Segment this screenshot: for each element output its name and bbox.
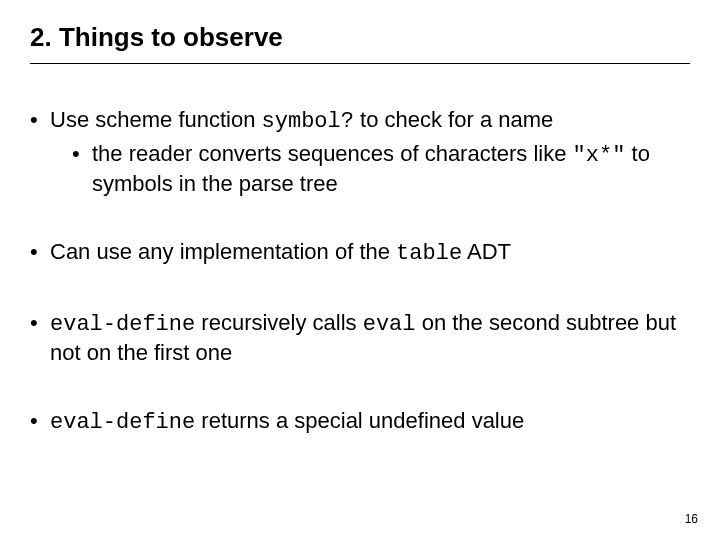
sub-bullet-item: the reader converts sequences of charact… xyxy=(72,140,690,198)
text: recursively calls xyxy=(195,310,362,335)
text: the reader converts sequences of charact… xyxy=(92,141,573,166)
text: Can use any implementation of the xyxy=(50,239,396,264)
slide-title: 2. Things to observe xyxy=(30,22,690,53)
code-eval-define: eval-define xyxy=(50,312,195,337)
text: Use scheme function xyxy=(50,107,262,132)
code-eval-define: eval-define xyxy=(50,410,195,435)
bullet-item: Use scheme function symbol? to check for… xyxy=(30,106,690,198)
slide: 2. Things to observe Use scheme function… xyxy=(0,0,720,540)
bullet-list: Use scheme function symbol? to check for… xyxy=(30,106,690,437)
sub-bullet-list: the reader converts sequences of charact… xyxy=(72,140,690,198)
text: returns a special undefined value xyxy=(195,408,524,433)
title-block: 2. Things to observe xyxy=(30,22,690,64)
code-eval: eval xyxy=(363,312,416,337)
code-literal: "x*" xyxy=(573,143,626,168)
text: ADT xyxy=(462,239,511,264)
bullet-item: eval-define returns a special undefined … xyxy=(30,407,690,437)
bullet-item: Can use any implementation of the table … xyxy=(30,238,690,268)
code-table: table xyxy=(396,241,462,266)
bullet-item: eval-define recursively calls eval on th… xyxy=(30,309,690,367)
text: to check for a name xyxy=(354,107,553,132)
page-number: 16 xyxy=(685,512,698,526)
code-symbol: symbol? xyxy=(262,109,354,134)
